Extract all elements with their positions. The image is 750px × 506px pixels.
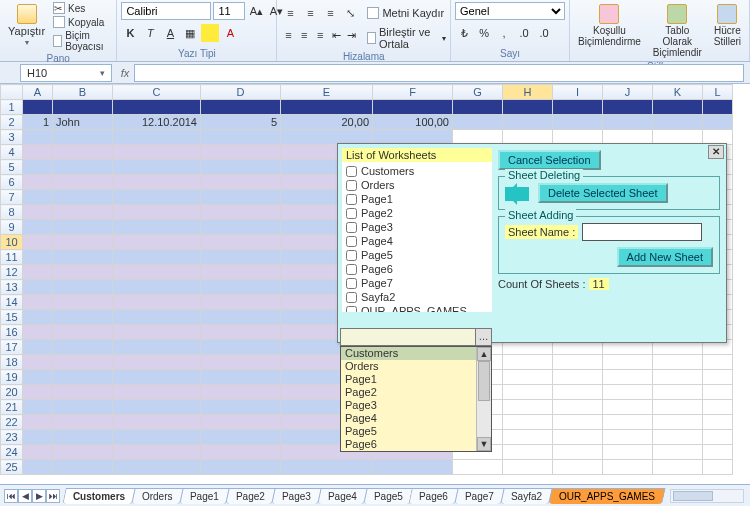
row-header-17[interactable]: 17 — [1, 340, 23, 355]
cell-D3[interactable] — [201, 130, 281, 145]
cell-A15[interactable] — [23, 310, 53, 325]
cell-A1[interactable] — [23, 100, 53, 115]
cell-B15[interactable] — [53, 310, 113, 325]
worksheet-checkbox[interactable] — [346, 306, 357, 313]
cell-A13[interactable] — [23, 280, 53, 295]
worksheet-checkbox-item[interactable]: Page7 — [346, 276, 488, 290]
cell-A7[interactable] — [23, 190, 53, 205]
cell-B3[interactable] — [53, 130, 113, 145]
cell-I23[interactable] — [553, 430, 603, 445]
cell-K23[interactable] — [653, 430, 703, 445]
cell-K18[interactable] — [653, 355, 703, 370]
cell-C10[interactable] — [113, 235, 201, 250]
cell-E1[interactable] — [281, 100, 373, 115]
cell-A16[interactable] — [23, 325, 53, 340]
row-header-7[interactable]: 7 — [1, 190, 23, 205]
cell-C13[interactable] — [113, 280, 201, 295]
cell-A14[interactable] — [23, 295, 53, 310]
cell-C3[interactable] — [113, 130, 201, 145]
cell-A18[interactable] — [23, 355, 53, 370]
cell-B19[interactable] — [53, 370, 113, 385]
combo-value[interactable] — [341, 329, 475, 345]
cell-D22[interactable] — [201, 415, 281, 430]
combo-scrollbar[interactable]: ▲ ▼ — [476, 347, 491, 451]
sheet-tab[interactable]: Customers — [62, 488, 136, 504]
col-header-F[interactable]: F — [373, 85, 453, 100]
cell-C18[interactable] — [113, 355, 201, 370]
row-header-21[interactable]: 21 — [1, 400, 23, 415]
cell-L19[interactable] — [703, 370, 733, 385]
cell-H2[interactable] — [503, 115, 553, 130]
worksheet-checkbox[interactable] — [346, 180, 357, 191]
cell-H18[interactable] — [503, 355, 553, 370]
horizontal-scrollbar[interactable] — [670, 489, 744, 503]
cell-A17[interactable] — [23, 340, 53, 355]
fill-color-button[interactable] — [201, 24, 219, 42]
cell-D20[interactable] — [201, 385, 281, 400]
cell-K21[interactable] — [653, 400, 703, 415]
cell-H22[interactable] — [503, 415, 553, 430]
cell-D13[interactable] — [201, 280, 281, 295]
worksheet-checkbox-item[interactable]: Page6 — [346, 262, 488, 276]
format-as-table-button[interactable]: Tablo Olarak Biçimlendir — [649, 2, 706, 60]
cell-K19[interactable] — [653, 370, 703, 385]
cell-H23[interactable] — [503, 430, 553, 445]
row-header-12[interactable]: 12 — [1, 265, 23, 280]
row-header-11[interactable]: 11 — [1, 250, 23, 265]
worksheet-checkbox-item[interactable]: Page1 — [346, 192, 488, 206]
cell-B4[interactable] — [53, 145, 113, 160]
grow-font-button[interactable]: A▴ — [247, 2, 265, 20]
worksheet-checkbox-item[interactable]: Customers — [346, 164, 488, 178]
cell-B1[interactable] — [53, 100, 113, 115]
col-header-E[interactable]: E — [281, 85, 373, 100]
cell-L20[interactable] — [703, 385, 733, 400]
wrap-text-button[interactable]: Metni Kaydır — [367, 4, 444, 22]
cell-C23[interactable] — [113, 430, 201, 445]
cell-C20[interactable] — [113, 385, 201, 400]
row-header-9[interactable]: 9 — [1, 220, 23, 235]
cell-B17[interactable] — [53, 340, 113, 355]
cell-A12[interactable] — [23, 265, 53, 280]
cell-A10[interactable] — [23, 235, 53, 250]
cell-G1[interactable] — [453, 100, 503, 115]
cell-styles-button[interactable]: Hücre Stilleri — [710, 2, 745, 49]
cell-C24[interactable] — [113, 445, 201, 460]
cell-F2[interactable]: 100,00 — [373, 115, 453, 130]
cell-B12[interactable] — [53, 265, 113, 280]
fx-icon[interactable]: fx — [116, 67, 134, 79]
cell-H20[interactable] — [503, 385, 553, 400]
cell-D14[interactable] — [201, 295, 281, 310]
format-painter-button[interactable]: Biçim Boyacısı — [53, 30, 112, 52]
cell-C19[interactable] — [113, 370, 201, 385]
cell-C21[interactable] — [113, 400, 201, 415]
cell-C2[interactable]: 12.10.2014 — [113, 115, 201, 130]
cell-D8[interactable] — [201, 205, 281, 220]
copy-button[interactable]: Kopyala — [53, 16, 112, 28]
row-header-2[interactable]: 2 — [1, 115, 23, 130]
cell-L22[interactable] — [703, 415, 733, 430]
cell-D16[interactable] — [201, 325, 281, 340]
cell-A19[interactable] — [23, 370, 53, 385]
sheet-tab[interactable]: OUR_APPS_GAMES — [549, 488, 667, 504]
cell-C5[interactable] — [113, 160, 201, 175]
cell-D6[interactable] — [201, 175, 281, 190]
font-size-combo[interactable] — [213, 2, 245, 20]
cell-A2[interactable]: 1 — [23, 115, 53, 130]
cell-D1[interactable] — [201, 100, 281, 115]
cell-D25[interactable] — [201, 460, 281, 475]
cell-B22[interactable] — [53, 415, 113, 430]
cell-B20[interactable] — [53, 385, 113, 400]
scroll-up-button[interactable]: ▲ — [477, 347, 491, 361]
cell-F1[interactable] — [373, 100, 453, 115]
add-new-sheet-button[interactable]: Add New Sheet — [617, 247, 713, 267]
cell-D15[interactable] — [201, 310, 281, 325]
worksheet-checkbox[interactable] — [346, 236, 357, 247]
cell-J21[interactable] — [603, 400, 653, 415]
number-format-combo[interactable]: Genel — [455, 2, 565, 20]
cell-B6[interactable] — [53, 175, 113, 190]
cell-C14[interactable] — [113, 295, 201, 310]
cell-D9[interactable] — [201, 220, 281, 235]
cell-D10[interactable] — [201, 235, 281, 250]
cell-B23[interactable] — [53, 430, 113, 445]
worksheet-checkbox-item[interactable]: Sayfa2 — [346, 290, 488, 304]
